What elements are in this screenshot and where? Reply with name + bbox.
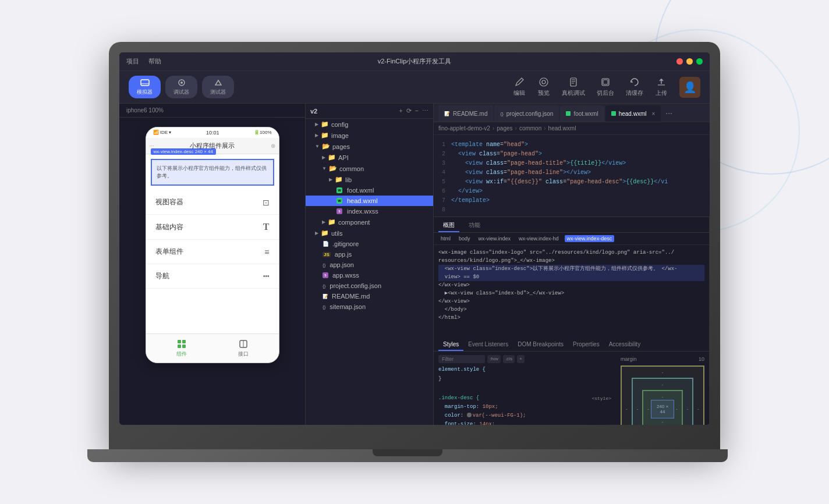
html-nav-html[interactable]: html — [438, 235, 453, 242]
code-editor[interactable]: 1 <template name="head"> 2 <view class="… — [434, 135, 710, 216]
code-area: 1 <template name="head"> 2 <view class="… — [434, 135, 710, 425]
tree-item-app-js[interactable]: JS app.js — [306, 249, 433, 260]
code-line-2: 2 <view class="page-head"> — [434, 149, 710, 158]
svg-rect-6 — [571, 78, 576, 86]
tree-item-foot-wxml[interactable]: W foot.wxml — [306, 185, 433, 196]
box-model-panel: margin 10 - - — [616, 352, 709, 425]
breadcrumb: fino-applet-demo-v2 › pages › common › h… — [434, 122, 710, 135]
box-model-margin-val: 10 — [699, 356, 704, 362]
tree-label-config: config — [331, 121, 348, 128]
tree-label-app-wxss: app.wxss — [332, 272, 359, 279]
toolbar: 模拟器 调试器 — [119, 71, 710, 104]
upload-action[interactable]: 上传 — [655, 77, 668, 97]
tree-item-pages[interactable]: ▼ 📂 pages — [306, 141, 433, 152]
tree-item-readme[interactable]: 📝 README.md — [306, 291, 433, 301]
styles-tab-event[interactable]: Event Listeners — [463, 339, 513, 351]
tree-item-gitignore[interactable]: 📄 .gitignore — [306, 239, 433, 249]
css-source-style: <style> — [591, 394, 611, 403]
background-action[interactable]: 切后台 — [597, 77, 614, 97]
maximize-button[interactable] — [696, 58, 703, 65]
code-line-8: 8 — [434, 205, 710, 214]
svg-point-4 — [540, 78, 548, 86]
html-nav-wx-view-hd[interactable]: wx-view.index-hd — [516, 235, 561, 242]
close-button[interactable] — [676, 58, 683, 65]
phone-content: wx-view.index-desc 240 × 44 以下将展示小程序官方组件… — [146, 159, 279, 333]
menu-help[interactable]: 帮助 — [148, 57, 161, 66]
file-tree-header: v2 + ⟳ − ⋯ — [306, 104, 433, 119]
nav-interface[interactable]: 接口 — [238, 339, 249, 358]
collapse-icon[interactable]: − — [415, 107, 419, 115]
filter-input[interactable] — [438, 355, 485, 363]
tree-item-index-wxss[interactable]: S index.wxss — [306, 206, 433, 216]
tree-label-app-json: app.json — [330, 261, 354, 268]
tree-item-api[interactable]: ▶ 📁 API — [306, 152, 433, 163]
clear-cache-action[interactable]: 清缓存 — [626, 77, 643, 97]
phone-signal: 📶 IDE ▾ — [153, 130, 172, 136]
file-tree-panel: v2 + ⟳ − ⋯ ▶ 📁 config — [306, 104, 434, 425]
code-line-5: 5 <view wx:if="{{desc}}" class="page-hea… — [434, 177, 710, 186]
filter-badge-cls[interactable]: .cls — [503, 355, 515, 363]
tree-item-app-json[interactable]: {} app.json — [306, 260, 433, 270]
preview-action[interactable]: 预览 — [537, 77, 550, 97]
tree-item-head-wxml[interactable]: W head.wxml — [306, 196, 433, 206]
tree-item-utils[interactable]: ▶ 📁 utils — [306, 228, 433, 239]
styles-tab-dom[interactable]: DOM Breakpoints — [513, 339, 568, 351]
tab-readme[interactable]: 📝 README.md — [438, 105, 493, 122]
upload-icon — [655, 77, 668, 87]
wxml-icon-head: W — [336, 198, 342, 204]
tree-item-lib[interactable]: ▶ 📁 lib — [306, 174, 433, 185]
user-avatar[interactable]: 👤 — [679, 77, 700, 98]
tree-item-sitemap[interactable]: {} sitemap.json — [306, 301, 433, 312]
inspector-tab-code[interactable]: 功能 — [464, 219, 485, 232]
refresh-icon[interactable]: ⟳ — [406, 107, 412, 115]
tab-head-wxml[interactable]: head.wxml × — [605, 105, 661, 122]
real-debug-action[interactable]: 真机调试 — [562, 77, 585, 97]
minimize-button[interactable] — [686, 58, 693, 65]
css-rule-index-desc-selector: .index-desc { <style> — [438, 394, 611, 403]
styles-tab-accessibility[interactable]: Accessibility — [604, 339, 645, 351]
filter-badge-plus[interactable]: + — [517, 355, 525, 363]
filter-badge-hov[interactable]: :hov — [487, 355, 501, 363]
tree-item-image[interactable]: ▶ 📁 image — [306, 130, 433, 141]
tree-item-component[interactable]: ▶ 📁 component — [306, 216, 433, 228]
list-label-view-container: 视图容器 — [155, 197, 183, 207]
styles-tab-styles[interactable]: Styles — [438, 339, 463, 351]
tab-project-config[interactable]: {} project.config.json — [494, 105, 559, 122]
svg-point-5 — [542, 80, 545, 84]
styles-tab-properties[interactable]: Properties — [568, 339, 604, 351]
menu-project[interactable]: 项目 — [126, 57, 139, 66]
filter-bar: :hov .cls + — [438, 355, 611, 363]
new-file-icon[interactable]: + — [399, 107, 402, 115]
tab-head-wxml-label: head.wxml — [619, 111, 647, 117]
svg-rect-0 — [141, 80, 149, 86]
nav-interface-label: 接口 — [238, 350, 249, 358]
selected-element-wrapper: wx-view.index-desc 240 × 44 以下将展示小程序官方组件… — [151, 159, 274, 186]
list-item-form: 表单组件 ≡ — [146, 240, 279, 264]
html-nav-wx-view-index[interactable]: wx-view.index — [476, 235, 513, 242]
breadcrumb-file: head.wxml — [548, 125, 576, 132]
real-debug-icon — [567, 77, 580, 87]
more-icon[interactable]: ⋯ — [422, 107, 428, 115]
tree-label-foot-wxml: foot.wxml — [347, 187, 374, 194]
tab-close-icon[interactable]: × — [651, 111, 655, 117]
debugger-label: 调试器 — [173, 88, 189, 96]
tree-item-project-config[interactable]: {} project.config.json — [306, 281, 433, 291]
background-icon — [599, 77, 612, 87]
inspector-tab-view[interactable]: 概图 — [438, 219, 459, 232]
debugger-button[interactable]: 调试器 — [165, 76, 197, 98]
simulator-button[interactable]: 模拟器 — [129, 76, 161, 98]
nav-component[interactable]: 组件 — [176, 339, 187, 358]
html-nav-body[interactable]: body — [456, 235, 473, 242]
tree-item-config[interactable]: ▶ 📁 config — [306, 119, 433, 130]
html-nav-wx-view-desc[interactable]: wx-view.index-desc — [565, 235, 615, 242]
edit-action[interactable]: 编辑 — [513, 77, 526, 97]
more-tabs-icon[interactable]: ··· — [662, 108, 676, 118]
devtools-panel: 概图 功能 html body wx-view.index — [434, 216, 710, 425]
tree-label-project-config: project.config.json — [330, 282, 381, 289]
tab-foot-wxml[interactable]: foot.wxml — [560, 105, 604, 122]
wxml-tab-icon-head — [611, 111, 616, 116]
box-padding-top: - — [646, 393, 679, 400]
tree-item-app-wxss[interactable]: S app.wxss — [306, 270, 433, 281]
tester-button[interactable]: 测试器 — [202, 76, 234, 98]
tree-item-common[interactable]: ▼ 📂 common — [306, 163, 433, 174]
